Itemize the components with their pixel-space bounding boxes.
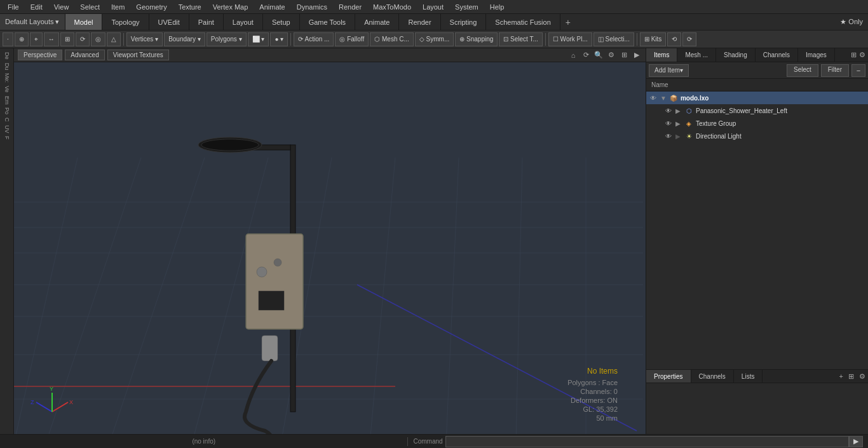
menu-vertex-map[interactable]: Vertex Map bbox=[208, 2, 254, 12]
symm-btn[interactable]: ◇ Symm... bbox=[415, 32, 454, 46]
right-tab-channels[interactable]: Channels bbox=[756, 48, 798, 62]
falloff-btn[interactable]: ◎ Falloff bbox=[335, 32, 369, 46]
boundary-dropdown[interactable]: Boundary ▾ bbox=[164, 32, 205, 46]
bottom-settings-btn[interactable]: ⚙ bbox=[859, 372, 865, 381]
sidebar-item-me[interactable]: Me: bbox=[3, 72, 11, 84]
layout-tab-model[interactable]: Model bbox=[65, 14, 103, 30]
layout-tab-render[interactable]: Render bbox=[399, 14, 440, 30]
items-filter-btn[interactable]: Filter bbox=[821, 64, 849, 77]
eye-icon-0[interactable]: 👁 bbox=[649, 93, 658, 102]
eye-icon-1[interactable]: 👁 bbox=[664, 106, 673, 115]
item-modo-lxo[interactable]: 👁 ▼ 📦 modo.lxo bbox=[646, 92, 868, 104]
item-texture-group[interactable]: 👁 ▶ ◈ Texture Group bbox=[654, 117, 868, 130]
right-tab-settings[interactable]: ⚙ bbox=[859, 51, 865, 59]
dot-dropdown[interactable]: ● ▾ bbox=[270, 32, 288, 46]
layout-tab-layout[interactable]: Layout bbox=[224, 14, 263, 30]
action-dropdown[interactable]: ⟳ Action ... bbox=[294, 32, 334, 46]
tool-grid[interactable]: ⊞ bbox=[60, 32, 74, 46]
vp-icon-expand[interactable]: ⊞ bbox=[619, 50, 629, 60]
vp-tab-advanced[interactable]: Advanced bbox=[65, 50, 104, 60]
menu-help[interactable]: Help bbox=[485, 2, 510, 12]
tool-shape[interactable]: ◎ bbox=[91, 32, 105, 46]
svg-rect-27 bbox=[262, 336, 278, 361]
bottom-plus-btn[interactable]: + bbox=[839, 372, 843, 380]
square-dropdown[interactable]: ⬜ ▾ bbox=[248, 32, 269, 46]
layout-tab-animate[interactable]: Animate bbox=[355, 14, 399, 30]
layout-tab-topology[interactable]: Topology bbox=[102, 14, 149, 30]
menu-dynamics[interactable]: Dynamics bbox=[292, 2, 332, 12]
add-item-btn[interactable]: Add Item ▾ bbox=[649, 64, 689, 77]
vp-icon-rotate[interactable]: ⟳ bbox=[581, 50, 591, 60]
eye-icon-3[interactable]: 👁 bbox=[664, 132, 673, 140]
vp-icon-home[interactable]: ⌂ bbox=[568, 50, 578, 60]
redo-btn[interactable]: ⟳ bbox=[682, 32, 696, 46]
name-header: Name bbox=[646, 79, 868, 92]
sidebar-item-em[interactable]: Em bbox=[3, 95, 11, 106]
menu-animate[interactable]: Animate bbox=[254, 2, 290, 12]
menu-geometry[interactable]: Geometry bbox=[131, 2, 172, 12]
meshc-btn[interactable]: ⬡ Mesh C... bbox=[370, 32, 414, 46]
item-shower[interactable]: 👁 ▶ ⬡ Panasonic_Shower_Heater_Left bbox=[654, 104, 868, 117]
tool-lasso[interactable]: ⌖ bbox=[30, 32, 43, 46]
right-tab-mesh[interactable]: Mesh ... bbox=[677, 48, 716, 62]
tool-rotate2[interactable]: ⟳ bbox=[76, 32, 90, 46]
layout-tab-uvedit[interactable]: UVEdit bbox=[149, 14, 189, 30]
tool-select[interactable]: ↔ bbox=[44, 32, 59, 46]
snapping-btn[interactable]: ⊕ Snapping bbox=[455, 32, 498, 46]
menu-select[interactable]: Select bbox=[75, 2, 105, 12]
menu-layout[interactable]: Layout bbox=[417, 2, 449, 12]
layout-tab-scripting[interactable]: Scripting bbox=[441, 14, 487, 30]
menu-texture[interactable]: Texture bbox=[173, 2, 207, 12]
menu-file[interactable]: File bbox=[3, 2, 24, 12]
menu-edit[interactable]: Edit bbox=[25, 2, 48, 12]
viewport-canvas[interactable]: No Items Polygons : Face Channels: 0 Def… bbox=[14, 62, 646, 434]
items-minus-btn[interactable]: − bbox=[851, 64, 865, 77]
bottom-tab-channels[interactable]: Channels bbox=[691, 370, 734, 383]
right-tab-images[interactable]: Images bbox=[798, 48, 835, 62]
sidebar-item-f[interactable]: F bbox=[3, 135, 11, 141]
sidebar-item-c[interactable]: C bbox=[3, 116, 11, 123]
kits-btn[interactable]: ⊞ Kits bbox=[640, 32, 666, 46]
vertices-dropdown[interactable]: Vertices ▾ bbox=[126, 32, 163, 46]
tool-tri[interactable]: △ bbox=[107, 32, 121, 46]
undo-btn[interactable]: ⟲ bbox=[667, 32, 681, 46]
layout-tab-schematic[interactable]: Schematic Fusion bbox=[486, 14, 560, 30]
menu-item[interactable]: Item bbox=[106, 2, 130, 12]
tool-globe[interactable]: ⊕ bbox=[15, 32, 29, 46]
selectt-btn[interactable]: ⊡ Select T... bbox=[499, 32, 543, 46]
vp-tab-textures[interactable]: Viewport Textures bbox=[107, 50, 169, 60]
eye-icon-2[interactable]: 👁 bbox=[664, 119, 673, 128]
vp-tab-perspective[interactable]: Perspective bbox=[18, 50, 62, 60]
bottom-tab-properties[interactable]: Properties bbox=[646, 370, 691, 383]
sidebar-item-de[interactable]: De bbox=[3, 51, 11, 61]
menu-render[interactable]: Render bbox=[334, 2, 367, 12]
bottom-tab-lists[interactable]: Lists bbox=[734, 370, 763, 383]
vp-icon-more[interactable]: ▶ bbox=[632, 50, 642, 60]
layout-dropdown[interactable]: Default Layouts ▾ bbox=[0, 14, 65, 30]
layout-tab-paint[interactable]: Paint bbox=[189, 14, 224, 30]
menu-system[interactable]: System bbox=[450, 2, 484, 12]
selecti-btn[interactable]: ◫ Selecti... bbox=[593, 32, 634, 46]
vp-icon-search[interactable]: 🔍 bbox=[593, 50, 604, 60]
items-select-btn[interactable]: Select bbox=[787, 64, 818, 77]
right-tab-shading[interactable]: Shading bbox=[716, 48, 756, 62]
bottom-expand-btn[interactable]: ⊞ bbox=[848, 372, 854, 381]
sidebar-item-ve[interactable]: Ve bbox=[3, 85, 11, 94]
menu-maxtomodo[interactable]: MaxToModo bbox=[368, 2, 416, 12]
polygons-dropdown[interactable]: Polygons ▾ bbox=[207, 32, 247, 46]
sidebar-item-du[interactable]: Du bbox=[3, 62, 11, 72]
right-tab-items[interactable]: Items bbox=[646, 48, 677, 62]
layout-tab-gametools[interactable]: Game Tools bbox=[300, 14, 356, 30]
command-input[interactable] bbox=[445, 436, 849, 447]
layout-add-tab[interactable]: + bbox=[560, 14, 576, 30]
right-tab-expand[interactable]: ⊞ bbox=[851, 51, 857, 59]
layout-tab-setup[interactable]: Setup bbox=[263, 14, 300, 30]
sidebar-item-uv[interactable]: UV bbox=[3, 124, 11, 135]
item-dir-light[interactable]: 👁 ▶ ☀ Directional Light bbox=[654, 130, 868, 142]
command-go-button[interactable]: ▶ bbox=[849, 436, 863, 447]
vp-icon-settings[interactable]: ⚙ bbox=[606, 50, 616, 60]
menu-view[interactable]: View bbox=[49, 2, 74, 12]
sidebar-item-po[interactable]: Po bbox=[3, 106, 11, 116]
tool-dot[interactable]: · bbox=[3, 32, 13, 46]
workpl-btn[interactable]: ☐ Work Pl... bbox=[548, 32, 592, 46]
